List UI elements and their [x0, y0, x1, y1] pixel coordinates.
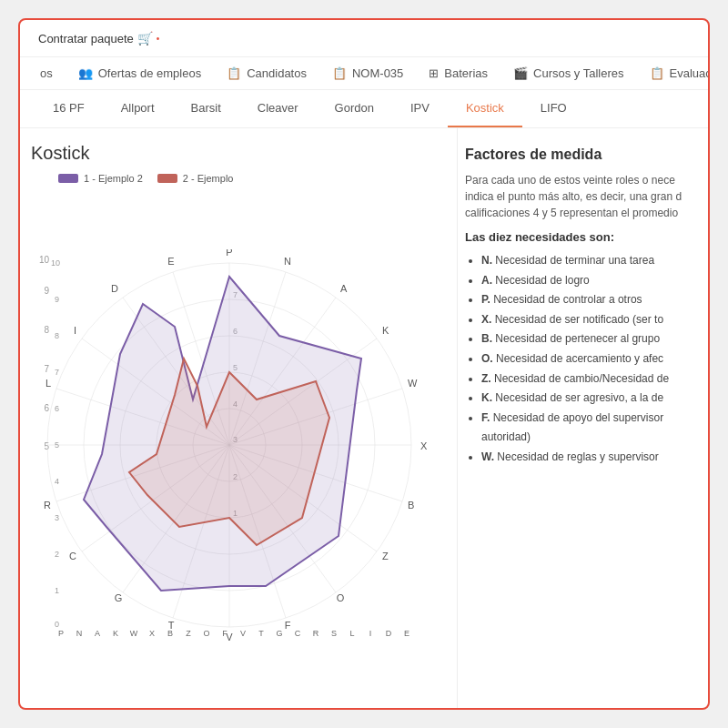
top-bar: Contratar paquete 🛒 •	[20, 20, 708, 57]
need-item-f: F. Necesidad de apoyo del supervisor aut…	[481, 409, 693, 448]
svg-text:S: S	[331, 629, 337, 638]
svg-text:1: 1	[55, 586, 59, 595]
nav-label-ofertas: Ofertas de empleos	[98, 66, 201, 80]
svg-text:9: 9	[55, 295, 59, 304]
svg-text:I: I	[74, 325, 76, 336]
need-key-x: X.	[481, 313, 491, 326]
svg-text:I: I	[369, 629, 372, 638]
svg-text:X: X	[149, 629, 155, 638]
chart-legend: 1 - Ejemplo 2 2 - Ejemplo	[58, 173, 446, 184]
svg-text:R: R	[313, 629, 319, 638]
tab-lifo[interactable]: LIFO	[522, 90, 585, 127]
cursos-icon: 🎬	[513, 66, 528, 80]
svg-text:P: P	[226, 249, 232, 258]
tab-gordon[interactable]: Gordon	[317, 90, 392, 127]
svg-text:O: O	[337, 592, 345, 603]
need-text-b: Necesidad de pertenecer al grupo	[495, 332, 660, 345]
nav-label-candidatos: Candidatos	[247, 66, 307, 80]
nav-item-baterias[interactable]: ⊞ Baterias	[416, 57, 500, 89]
need-item-n: N. Necesidad de terminar una tarea	[481, 251, 693, 271]
need-item-a: A. Necesidad de logro	[481, 271, 693, 291]
tab-kostick[interactable]: Kostick	[448, 90, 522, 127]
svg-text:B: B	[167, 629, 173, 638]
svg-text:C: C	[69, 551, 76, 561]
nav-bar: os 👥 Ofertas de empleos 📋 Candidatos 📋 N…	[20, 57, 708, 90]
svg-text:10: 10	[39, 255, 50, 265]
need-text-o: Necesidad de acercamiento y afec	[496, 352, 663, 365]
legend-label-1: 1 - Ejemplo 2	[84, 173, 143, 184]
content-area: Kostick 1 - Ejemplo 2 2 - Ejemplo 5	[20, 128, 708, 708]
svg-text:W: W	[408, 378, 418, 389]
svg-text:9: 9	[44, 286, 49, 296]
nav-item-candidatos[interactable]: 📋 Candidatos	[214, 57, 319, 89]
need-key-k: K.	[481, 391, 492, 404]
nav-item-os[interactable]: os	[27, 57, 66, 89]
svg-text:P: P	[58, 629, 64, 638]
need-item-x: X. Necesidad de ser notificado (ser to	[481, 310, 693, 330]
svg-text:Z: Z	[186, 629, 191, 638]
need-item-b: B. Necesidad de pertenecer al grupo	[481, 329, 693, 349]
svg-text:X: X	[420, 440, 428, 451]
contratar-button[interactable]: Contratar paquete 🛒 •	[31, 27, 167, 49]
svg-text:Z: Z	[382, 551, 389, 561]
tab-barsit[interactable]: Barsit	[173, 90, 239, 127]
contratar-label: Contratar paquete	[38, 32, 134, 46]
info-description: Para cada uno de estos veinte roles o ne…	[465, 172, 693, 221]
svg-text:E: E	[167, 256, 174, 267]
svg-text:5: 5	[55, 440, 59, 450]
svg-text:10: 10	[51, 258, 60, 268]
svg-text:N: N	[76, 629, 83, 638]
svg-text:6: 6	[55, 404, 59, 413]
need-key-a: A.	[481, 274, 492, 287]
svg-text:T: T	[258, 629, 264, 638]
nav-item-cursos[interactable]: 🎬 Cursos y Talleres	[500, 57, 636, 89]
need-key-b: B.	[481, 332, 492, 345]
nav-item-evaluac[interactable]: 📋 Evaluac	[637, 57, 709, 89]
info-section: Factores de medida Para cada uno de esto…	[457, 128, 708, 708]
svg-text:C: C	[295, 629, 301, 638]
svg-text:F: F	[285, 620, 291, 631]
svg-text:F: F	[222, 629, 228, 638]
svg-text:L: L	[349, 629, 354, 638]
tab-cleaver[interactable]: Cleaver	[239, 90, 317, 127]
nav-label-os: os	[40, 66, 53, 80]
need-item-p: P. Necesidad de controlar a otros	[481, 290, 693, 310]
chart-section: Kostick 1 - Ejemplo 2 2 - Ejemplo 5	[20, 128, 457, 708]
svg-text:G: G	[276, 629, 282, 638]
nav-item-nom035[interactable]: 📋 NOM-035	[319, 57, 416, 89]
svg-text:7: 7	[55, 368, 59, 377]
need-text-p: Necesidad de controlar a otros	[493, 293, 642, 306]
svg-text:G: G	[115, 592, 123, 603]
need-text-n: Necesidad de terminar una tarea	[495, 254, 654, 267]
need-key-z: Z.	[481, 372, 491, 385]
radar-chart: 5 6 7 8 9 10	[31, 189, 446, 701]
svg-text:A: A	[340, 283, 348, 294]
nav-label-evaluac: Evaluac	[670, 66, 709, 80]
need-text-z: Necesidad de cambio/Necesidad de	[494, 372, 669, 385]
tab-ipv[interactable]: IPV	[392, 90, 448, 127]
svg-text:3: 3	[55, 513, 59, 522]
svg-text:K: K	[382, 325, 389, 336]
nav-item-ofertas[interactable]: 👥 Ofertas de empleos	[66, 57, 214, 89]
notification-dot: •	[157, 34, 160, 44]
need-key-o: O.	[481, 352, 493, 365]
nav-label-nom035: NOM-035	[352, 66, 403, 80]
info-subtitle: Las diez necesidades son:	[465, 230, 693, 244]
svg-text:O: O	[203, 629, 209, 638]
svg-text:7: 7	[44, 364, 49, 374]
svg-text:A: A	[95, 629, 100, 638]
radar-svg: 5 6 7 8 9 10	[38, 249, 439, 641]
need-item-z: Z. Necesidad de cambio/Necesidad de	[481, 369, 693, 389]
need-text-f: Necesidad de apoyo del supervisor autori…	[481, 411, 663, 444]
need-key-w: W.	[481, 450, 494, 463]
svg-text:4: 4	[55, 477, 59, 486]
tab-16pf[interactable]: 16 PF	[35, 90, 103, 127]
svg-text:R: R	[44, 500, 51, 511]
legend-item-2: 2 - Ejemplo	[157, 173, 234, 184]
svg-text:D: D	[111, 283, 118, 294]
svg-text:W: W	[130, 629, 138, 638]
tab-allport[interactable]: Allport	[103, 90, 173, 127]
svg-text:N: N	[284, 256, 291, 267]
svg-text:V: V	[240, 629, 246, 638]
evaluac-icon: 📋	[650, 66, 664, 80]
